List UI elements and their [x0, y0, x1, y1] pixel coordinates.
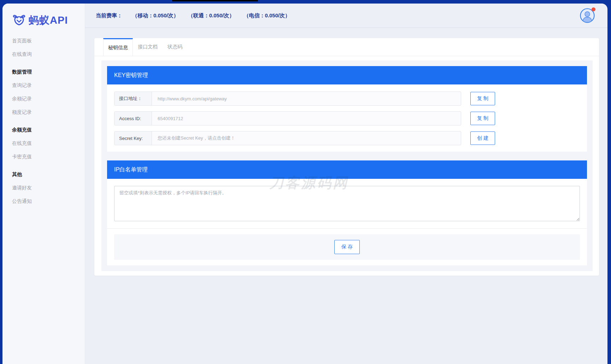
input-group: 接口地址： [114, 92, 461, 106]
rate-item: （移动：0.050/次） [132, 12, 179, 19]
input-group: Access ID: [114, 111, 461, 125]
create-secret-key-button[interactable]: 创 建 [470, 131, 495, 145]
divider [107, 228, 587, 229]
logo-text: 蚂蚁API [29, 13, 68, 28]
input-group: Secret Key: [114, 131, 461, 145]
sidebar-item-label: 数据管理 [12, 69, 32, 75]
tab[interactable]: 状态码 [163, 38, 187, 56]
form-row: 接口地址： 复 制 [114, 92, 580, 106]
sidebar-item[interactable]: 余额记录 [2, 92, 85, 105]
content-area: 秘钥信息 接口文档 状态码 KEY密钥管理 [85, 28, 607, 276]
main-area: 当前费率： （移动：0.050/次）（联通：0.050/次）（电信：0.050/… [85, 4, 607, 364]
settings-card: 秘钥信息 接口文档 状态码 KEY密钥管理 [94, 38, 599, 276]
ant-logo-icon [12, 14, 26, 27]
rates: （移动：0.050/次）（联通：0.050/次）（电信：0.050/次） [132, 12, 290, 19]
sidebar: 蚂蚁API 首页面板 在线查询 数据管理 查询记录 余额记录 额度记录 余额充值 [2, 4, 85, 364]
sidebar-item-label: 余额充值 [12, 127, 32, 133]
form-row: Secret Key: 创 建 [114, 131, 580, 145]
tab-label: 秘钥信息 [108, 45, 128, 51]
sidebar-item-label: 余额记录 [12, 96, 32, 101]
copy-access-id-button[interactable]: 复 制 [470, 112, 495, 125]
sidebar-item[interactable]: 查询记录 [2, 78, 85, 92]
sidebar-item-label: 公告通知 [12, 198, 32, 204]
user-avatar-icon [580, 18, 595, 24]
user-avatar-button[interactable] [580, 8, 595, 23]
sidebar-item-label: 在线查询 [12, 51, 32, 57]
sidebar-item[interactable]: 余额充值 [2, 123, 85, 136]
sidebar-item[interactable]: 首页面板 [2, 34, 85, 47]
sidebar-item[interactable]: 公告通知 [2, 194, 85, 208]
sidebar-item-label: 其他 [12, 171, 22, 177]
tab-bar: 秘钥信息 接口文档 状态码 [94, 38, 599, 56]
sidebar-item-label: 在线充值 [12, 140, 32, 146]
tab-label: 接口文档 [138, 44, 158, 50]
sidebar-item[interactable]: 数据管理 [2, 65, 85, 78]
access-id-field[interactable] [152, 112, 461, 125]
key-section-header: KEY密钥管理 [107, 66, 587, 84]
sidebar-item-label: 额度记录 [12, 109, 32, 115]
save-panel: 保 存 [114, 234, 580, 260]
section-gap [107, 152, 587, 160]
topbar: 当前费率： （移动：0.050/次）（联通：0.050/次）（电信：0.050/… [85, 4, 607, 28]
field-label: Access ID: [114, 112, 152, 125]
save-button[interactable]: 保 存 [334, 240, 360, 254]
tab[interactable]: 秘钥信息 [103, 38, 133, 56]
sidebar-item[interactable]: 邀请好友 [2, 181, 85, 194]
tab-content-panel: KEY密钥管理 接口地址： 复 制 [101, 60, 593, 271]
sidebar-item[interactable]: 在线查询 [2, 47, 85, 61]
field-label: Secret Key: [114, 131, 152, 145]
rate-item: （电信：0.050/次） [243, 12, 290, 19]
sidebar-item-label: 卡密充值 [12, 154, 32, 159]
secret-key-field[interactable] [152, 131, 461, 145]
field-label: 接口地址： [114, 92, 152, 105]
notification-dot [592, 7, 595, 11]
sidebar-item-label: 首页面板 [12, 38, 32, 43]
rate-label: 当前费率： [96, 12, 122, 19]
form-row: Access ID: 复 制 [114, 111, 580, 125]
ip-section-body: 保 存 [107, 179, 587, 265]
sidebar-nav: 首页面板 在线查询 数据管理 查询记录 余额记录 额度记录 余额充值 在线充值 … [2, 34, 85, 208]
ip-section-header: IP白名单管理 [107, 160, 587, 179]
copy-api-url-button[interactable]: 复 制 [470, 92, 495, 105]
app-window: 蚂蚁API 首页面板 在线查询 数据管理 查询记录 余额记录 额度记录 余额充值 [2, 4, 607, 364]
ip-section-title: IP白名单管理 [114, 166, 148, 174]
ip-whitelist-textarea[interactable] [114, 186, 580, 221]
logo[interactable]: 蚂蚁API [2, 4, 85, 28]
rate-item: （联通：0.050/次） [188, 12, 235, 19]
sidebar-item[interactable]: 卡密充值 [2, 150, 85, 163]
tab[interactable]: 接口文档 [133, 38, 163, 56]
sidebar-item[interactable]: 额度记录 [2, 105, 85, 119]
key-section-body: 接口地址： 复 制 Access ID: 复 制 [107, 84, 587, 152]
tab-label: 状态码 [168, 44, 182, 50]
sidebar-item[interactable]: 在线充值 [2, 136, 85, 150]
sidebar-item-label: 查询记录 [12, 82, 32, 88]
sidebar-item[interactable]: 其他 [2, 168, 85, 181]
api-url-field[interactable] [152, 92, 461, 105]
sidebar-item-label: 邀请好友 [12, 185, 32, 190]
key-section-title: KEY密钥管理 [114, 72, 148, 79]
top-black-bar [172, 0, 258, 1]
